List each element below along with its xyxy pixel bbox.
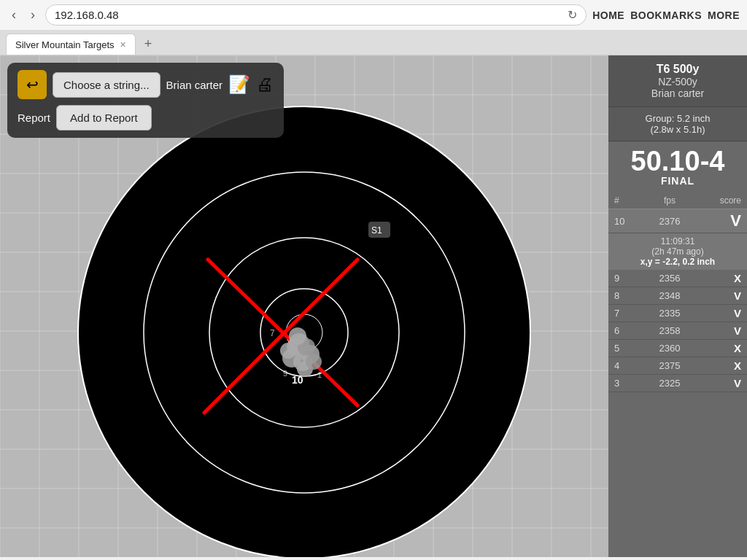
row-score: V [705,307,741,319]
tab-title: Silver Mountain Targets [15,39,115,50]
active-tab[interactable]: Silver Mountain Targets × [6,34,136,55]
bookmarks-link[interactable]: BOOKMARKS [630,9,702,21]
panel-subtitle: NZ-500y [617,76,738,88]
highlight-xy: x,y = -2.2, 0.2 inch [614,257,741,267]
score-header: # fps score [608,192,747,209]
score-rows-container: 92356X82348V72335V62358V52360X42375X3232… [608,270,747,392]
more-link[interactable]: MORE [708,9,740,21]
row-fps: 2360 [635,343,705,354]
user-label: Brian carter [166,79,223,91]
row-fps: 2358 [635,325,705,336]
row-num: 9 [614,273,635,284]
table-row[interactable]: 52360X [608,340,747,357]
highlight-score: V [705,211,741,230]
row-fps: 2348 [635,290,705,301]
row-score: V [705,289,741,302]
row-num: 8 [614,290,635,301]
browser-chrome: ‹ › 192.168.0.48 ↻ HOME BOOKMARKS MORE S… [0,0,747,55]
panel-title: T6 500y [617,63,738,76]
browser-toolbar: ‹ › 192.168.0.48 ↻ HOME BOOKMARKS MORE [0,0,747,31]
table-row[interactable]: 92356X [608,270,747,287]
svg-text:1: 1 [317,370,322,379]
svg-text:S1: S1 [371,225,382,236]
row-fps: 2325 [635,378,705,389]
group-info: Group: 5.2 inch (2.8w x 5.1h) [608,106,747,141]
row-num: 3 [614,378,635,389]
row-score: X [705,359,741,372]
content-area: 10 7 9 1 S1 ↩ [0,55,747,557]
row-fps: 2335 [635,308,705,319]
toolbar-row1: ↩ Choose a string... Brian carter 📝 🖨 [18,70,274,99]
panel-header: T6 500y NZ-500y Brian carter [608,55,747,106]
print-icon-button[interactable]: 🖨 [256,74,274,95]
table-row[interactable]: 72335V [608,305,747,322]
svg-point-47 [306,354,322,370]
final-label: FINAL [617,175,738,187]
choose-string-button[interactable]: Choose a string... [53,72,160,98]
group-detail: (2.8w x 5.1h) [617,124,738,135]
row-num: 5 [614,343,635,354]
row-fps: 2356 [635,273,705,284]
svg-text:9: 9 [283,369,287,378]
group-label: Group: 5.2 inch [617,113,738,124]
target-area: 10 7 9 1 S1 ↩ [0,55,608,557]
svg-text:7: 7 [270,328,275,338]
panel-user: Brian carter [617,88,738,99]
svg-point-46 [280,343,296,359]
table-row[interactable]: 62358V [608,322,747,340]
row-fps: 2375 [635,360,705,371]
highlight-row[interactable]: 10 2376 V [608,209,747,233]
row-score: X [705,342,741,354]
row-score: V [705,377,741,389]
toolbar-row2: Report Add to Report [18,105,274,131]
row-score: V [705,324,741,337]
big-score: 50.10-4 [617,147,738,175]
score-table: # fps score 10 2376 V 11:09:31 (2h 47m a… [608,192,747,557]
col-fps-header: fps [635,195,705,206]
address-text: 192.168.0.48 [55,9,562,21]
xy-label: x,y = [640,257,660,267]
score-section: 50.10-4 FINAL [608,141,747,192]
add-to-report-button[interactable]: Add to Report [56,105,152,131]
xy-value: -2.2, 0.2 inch [662,257,715,267]
reload-button[interactable]: ↻ [568,8,577,22]
back-button[interactable]: ‹ [7,6,20,24]
row-num: 4 [614,360,635,371]
table-row[interactable]: 82348V [608,287,747,305]
right-panel: T6 500y NZ-500y Brian carter Group: 5.2 … [608,55,747,557]
undo-button[interactable]: ↩ [18,70,47,99]
row-num: 7 [614,308,635,319]
tab-close-button[interactable]: × [120,39,126,50]
col-num-header: # [614,195,635,206]
highlight-num: 10 [614,216,635,227]
highlight-time: 11:09:31 [614,236,741,246]
toolbar-popup: ↩ Choose a string... Brian carter 📝 🖨 Re… [7,63,284,138]
table-row[interactable]: 42375X [608,357,747,375]
table-row[interactable]: 32325V [608,375,747,392]
highlight-detail: 11:09:31 (2h 47m ago) x,y = -2.2, 0.2 in… [608,233,747,270]
home-link[interactable]: HOME [592,9,624,21]
report-label: Report [18,112,50,124]
highlight-fps: 2376 [635,216,705,227]
tab-bar: Silver Mountain Targets × + [0,31,747,55]
col-score-header: score [705,195,741,206]
address-bar: 192.168.0.48 ↻ [45,4,587,26]
row-num: 6 [614,325,635,336]
row-score: X [705,272,741,284]
new-tab-button[interactable]: + [139,35,158,53]
forward-button[interactable]: › [26,6,39,24]
svg-point-48 [289,327,306,345]
edit-icon-button[interactable]: 📝 [228,74,250,95]
highlight-ago: (2h 47m ago) [614,246,741,257]
